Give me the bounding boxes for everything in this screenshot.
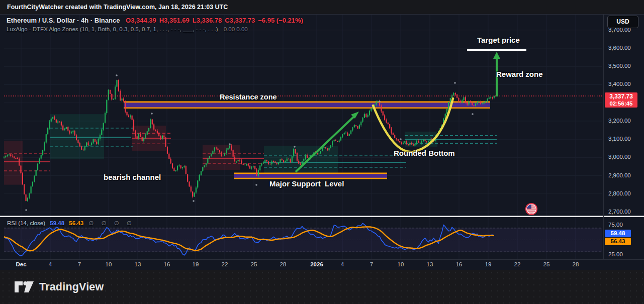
rsi-axis-label: 25.00: [608, 251, 623, 257]
rsi-axis-label: 75.00: [608, 222, 623, 228]
target-price-label[interactable]: Target price: [477, 36, 520, 44]
time-axis-tick: Dec: [16, 261, 26, 267]
time-axis-tick: 19: [193, 261, 199, 267]
last-price-tag: 3,337.73 02:56:45: [605, 92, 637, 108]
rsi-null-markers: ∅ ∅ ∅ ∅: [88, 220, 135, 226]
tradingview-brand-text[interactable]: TradingView: [39, 281, 104, 293]
resistance-zone-label[interactable]: Resistance zone: [220, 93, 277, 101]
time-axis-tick: 2026: [310, 261, 323, 267]
close-value: C3,337.73: [225, 17, 255, 24]
time-axis-tick: 7: [78, 261, 81, 267]
reward-zone-label[interactable]: Reward zone: [496, 70, 543, 78]
rounded-bottom-label[interactable]: Rounded Bottom: [394, 149, 455, 157]
time-axis-tick: 10: [398, 261, 404, 267]
open-value: O3,344.39: [126, 17, 156, 24]
time-axis-tick: 25: [251, 261, 257, 267]
price-axis[interactable]: USD 3,700.003,600.003,500.003,400.003,20…: [603, 14, 644, 259]
price-axis-label: 3,000.00: [608, 154, 631, 160]
time-axis-tick: 4: [341, 261, 344, 267]
time-axis-tick: 13: [135, 261, 141, 267]
ohlc-values: O3,344.39H3,351.69L3,336.78C3,337.73−6.9…: [126, 17, 306, 24]
low-value: L3,336.78: [193, 17, 222, 24]
chart-legend: Ethereum / U.S. Dollar · 4h · Binance O3…: [7, 17, 306, 32]
currency-unit-button[interactable]: USD: [607, 16, 638, 28]
chart-canvas[interactable]: [0, 0, 644, 304]
time-axis-tick: 10: [106, 261, 112, 267]
price-axis-label: 3,100.00: [608, 136, 631, 142]
time-axis-tick: 25: [543, 261, 550, 267]
tradingview-chart-screenshot: FourthCityWatcher created with TradingVi…: [0, 0, 644, 304]
time-axis-tick: 22: [222, 261, 228, 267]
footer-bar: TradingView: [0, 270, 644, 304]
time-axis-tick: 7: [370, 261, 373, 267]
last-price-value: 3,337.73: [605, 93, 637, 100]
price-axis-label: 3,200.00: [608, 118, 631, 124]
rsi-title[interactable]: RSI (14, close): [7, 220, 45, 226]
high-value: H3,351.69: [159, 17, 190, 24]
major-support-label[interactable]: Major Support Level: [269, 179, 344, 188]
symbol-title[interactable]: Ethereum / U.S. Dollar · 4h · Binance: [7, 17, 120, 24]
time-axis-tick: 4: [49, 261, 52, 267]
symbol-legend-row: Ethereum / U.S. Dollar · 4h · Binance O3…: [7, 17, 306, 24]
rsi-ma-value-tag: 56.43: [605, 238, 631, 245]
rsi-ma-value: 56.43: [69, 220, 83, 226]
time-axis-tick: 28: [280, 261, 287, 267]
rsi-value-tag: 59.48: [605, 230, 631, 237]
rsi-value: 59.48: [50, 220, 64, 226]
price-axis-label: 3,400.00: [608, 81, 631, 87]
rsi-legend: RSI (14, close) 59.48 56.43 ∅ ∅ ∅ ∅: [7, 220, 135, 227]
indicator-legend-row: LuxAlgo - DTFX Algo Zones (10, 1, Both, …: [7, 26, 306, 32]
bar-countdown: 02:56:45: [605, 100, 637, 107]
time-axis-tick: 16: [164, 261, 170, 267]
time-axis-tick: 22: [514, 261, 521, 267]
price-axis-label: 2,800.00: [608, 190, 631, 196]
price-axis-label: 2,900.00: [608, 172, 631, 178]
time-axis[interactable]: Dec471013161922252820264710131619222528: [0, 259, 644, 270]
time-axis-tick: 13: [427, 261, 433, 267]
price-axis-label: 3,600.00: [608, 45, 631, 51]
price-axis-label: 2,700.00: [608, 209, 631, 215]
time-axis-tick: 19: [485, 261, 492, 267]
indicator-title[interactable]: LuxAlgo - DTFX Algo Zones (10, 1, Both, …: [7, 26, 218, 32]
indicator-values: 0.00 0.00: [224, 26, 248, 32]
price-axis-label: 3,500.00: [608, 63, 631, 69]
bearish-channel-label[interactable]: bearish channel: [104, 173, 161, 181]
change-value: −6.95 (−0.21%): [258, 17, 303, 24]
time-axis-tick: 16: [456, 261, 463, 267]
tradingview-logo-icon[interactable]: [14, 279, 34, 294]
time-axis-tick: 28: [573, 261, 579, 267]
